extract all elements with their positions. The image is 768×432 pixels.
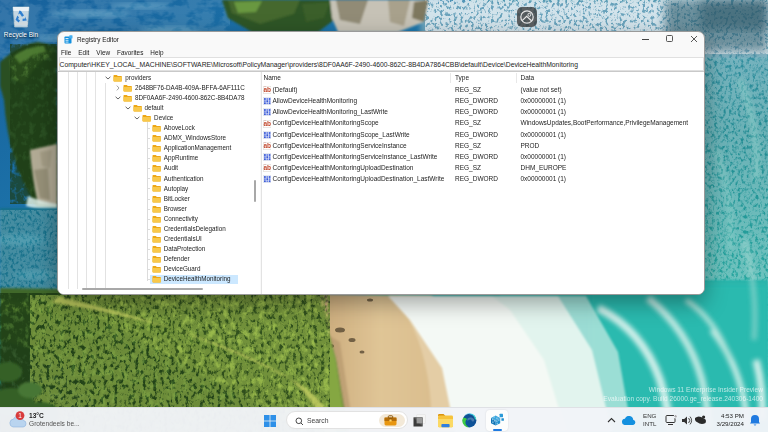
- svg-text:1: 1: [18, 412, 22, 419]
